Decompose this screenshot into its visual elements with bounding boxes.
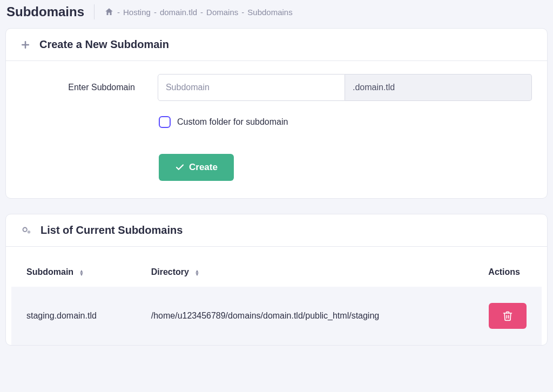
breadcrumb-item[interactable]: Subdomains	[247, 8, 292, 17]
custom-folder-checkbox[interactable]	[159, 116, 171, 128]
cell-actions	[457, 287, 542, 345]
svg-point-2	[28, 231, 31, 234]
subdomains-table: Subdomain ▲▼ Directory ▲▼ Actions stagin…	[11, 258, 542, 345]
breadcrumb-sep: -	[200, 8, 203, 17]
cell-directory: /home/u123456789/domains/domain.tld/publ…	[136, 287, 457, 345]
custom-folder-label: Custom folder for subdomain	[177, 117, 288, 127]
panel-header: List of Current Subdomains	[6, 214, 547, 247]
subdomain-input[interactable]	[158, 74, 345, 101]
panel-title: Create a New Subdomain	[39, 38, 169, 51]
breadcrumb-sep: -	[154, 8, 157, 17]
list-subdomains-panel: List of Current Subdomains Subdomain ▲▼ …	[5, 214, 548, 346]
create-button[interactable]: Create	[159, 154, 234, 181]
plus-icon	[20, 39, 31, 50]
subdomain-input-group: .domain.tld	[158, 74, 532, 101]
panel-body: Enter Subdomain .domain.tld Custom folde…	[6, 61, 547, 198]
sort-icon: ▲▼	[194, 269, 199, 276]
subdomain-label: Enter Subdomain	[21, 83, 158, 92]
delete-button[interactable]	[489, 303, 527, 329]
breadcrumb-sep: -	[117, 8, 120, 17]
cell-subdomain: staging.domain.tld	[11, 287, 136, 345]
sort-icon: ▲▼	[79, 269, 84, 276]
page-title: Subdomains	[6, 4, 95, 19]
col-subdomain[interactable]: Subdomain ▲▼	[11, 258, 136, 287]
subdomain-row: Enter Subdomain .domain.tld	[21, 74, 532, 101]
trash-icon	[502, 310, 513, 321]
table-row: staging.domain.tld /home/u123456789/doma…	[11, 287, 542, 345]
home-icon[interactable]	[104, 7, 114, 17]
table-container: Subdomain ▲▼ Directory ▲▼ Actions stagin…	[6, 247, 547, 345]
breadcrumb-item[interactable]: Domains	[206, 8, 238, 17]
panel-header: Create a New Subdomain	[6, 29, 547, 61]
submit-row: Create	[21, 154, 532, 181]
domain-suffix: .domain.tld	[345, 74, 532, 101]
breadcrumb-item[interactable]: Hosting	[123, 8, 151, 17]
breadcrumb-item[interactable]: domain.tld	[160, 8, 197, 17]
check-icon	[175, 163, 185, 172]
breadcrumb: - Hosting - domain.tld - Domains - Subdo…	[95, 7, 293, 17]
create-button-label: Create	[189, 162, 218, 173]
custom-folder-row: Custom folder for subdomain	[21, 116, 532, 128]
col-subdomain-label: Subdomain	[26, 267, 73, 276]
gears-icon	[20, 225, 32, 236]
breadcrumb-sep: -	[241, 8, 244, 17]
create-subdomain-panel: Create a New Subdomain Enter Subdomain .…	[5, 28, 548, 199]
panel-title: List of Current Subdomains	[41, 224, 183, 236]
col-actions: Actions	[457, 258, 542, 287]
col-actions-label: Actions	[488, 267, 520, 276]
col-directory[interactable]: Directory ▲▼	[136, 258, 457, 287]
col-directory-label: Directory	[151, 267, 189, 276]
page-header: Subdomains - Hosting - domain.tld - Doma…	[0, 0, 553, 28]
